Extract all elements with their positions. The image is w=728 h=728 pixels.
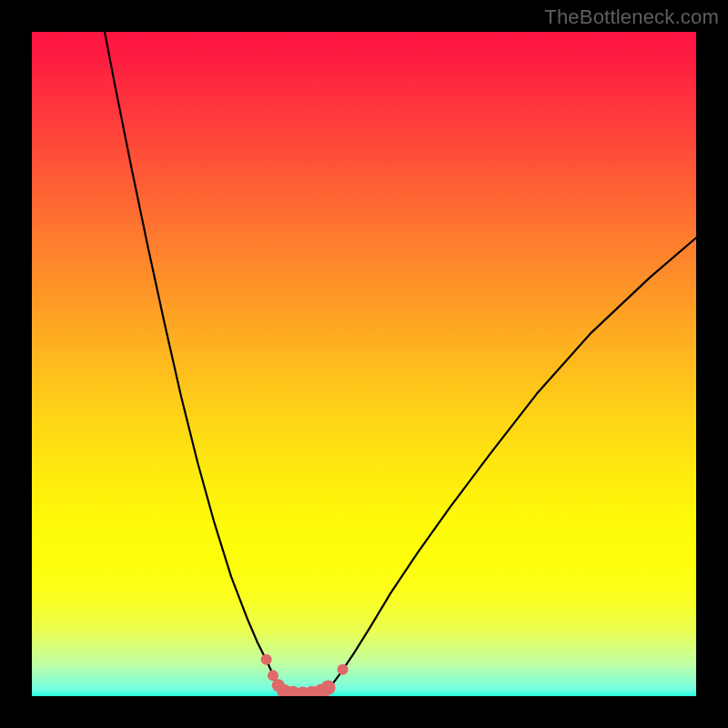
outer-frame: TheBottleneck.com	[0, 0, 728, 728]
marker-dot	[321, 681, 336, 695]
plot-area	[32, 32, 696, 696]
marker-dot	[261, 654, 272, 665]
watermark-text: TheBottleneck.com	[544, 5, 719, 29]
marker-dot	[338, 664, 349, 675]
marker-dots	[32, 32, 696, 696]
